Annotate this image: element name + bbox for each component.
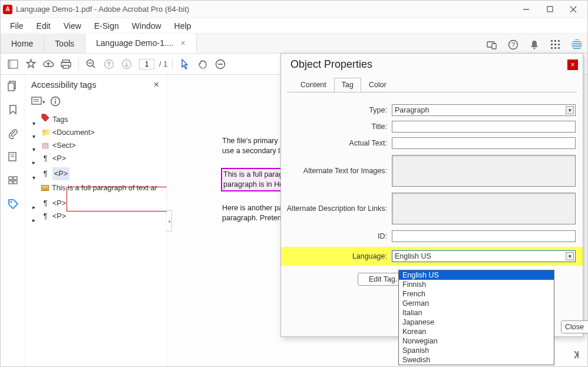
tab-content[interactable]: Content [293, 78, 334, 92]
lang-option-finnish[interactable]: Finnish [399, 280, 554, 289]
lang-option-german[interactable]: German [399, 299, 554, 308]
page-number-input[interactable] [139, 59, 154, 70]
svg-rect-17 [558, 47, 560, 49]
p-tag-2: <P> [52, 167, 70, 180]
type-label: Type: [281, 106, 392, 114]
menu-file[interactable]: File [4, 19, 29, 32]
id-input[interactable] [392, 230, 576, 242]
minimize-button[interactable] [514, 1, 538, 18]
svg-rect-12 [551, 44, 553, 45]
next-page-icon[interactable] [119, 57, 134, 72]
panel-close-icon[interactable]: × [154, 80, 159, 90]
menubar: File Edit View E-Sign Window Help [1, 18, 587, 34]
type-combo[interactable]: Paragraph▾ [392, 104, 576, 116]
cloud-icon[interactable] [41, 57, 56, 72]
tags-icon[interactable] [8, 199, 18, 211]
para-icon: ¶ [41, 167, 49, 180]
tab-color[interactable]: Color [361, 78, 394, 92]
doc-p2b: paragraph is in Heb [223, 180, 288, 189]
actual-text-input[interactable] [392, 137, 576, 149]
menu-edit[interactable]: Edit [31, 19, 57, 32]
svg-rect-39 [14, 181, 17, 184]
alt-link-input[interactable] [392, 193, 576, 224]
alt-link-label: Alternate Description for Links: [281, 193, 392, 213]
dialog-close-button[interactable]: × [567, 59, 578, 70]
svg-rect-19 [8, 60, 11, 68]
lang-option-spanish[interactable]: Spanish [399, 346, 554, 355]
sidebar-toggle-icon[interactable] [5, 57, 21, 72]
panel-info-icon[interactable] [50, 96, 61, 108]
title-input[interactable] [392, 121, 576, 133]
signatures-icon[interactable] [8, 151, 18, 164]
zoom-out2-icon[interactable] [213, 57, 228, 72]
account-icon[interactable] [569, 37, 585, 53]
language-combo[interactable]: English US▾ [392, 250, 576, 262]
bookmark-icon[interactable] [8, 104, 18, 117]
attachment-icon[interactable] [8, 128, 18, 141]
lang-option-italian[interactable]: Italian [399, 308, 554, 318]
tab-home[interactable]: Home [1, 34, 44, 53]
app-logo: A [3, 5, 12, 14]
tools-pane-toggle[interactable] [569, 348, 583, 362]
sect-icon: ▤ [41, 139, 49, 152]
svg-rect-9 [551, 40, 553, 42]
select-tool-icon[interactable] [177, 57, 193, 72]
dialog-close-btn[interactable]: Close [561, 320, 588, 333]
svg-rect-16 [554, 47, 556, 49]
doc-p1b: use a secondary la [222, 147, 284, 155]
p-tag-1: <P> [52, 152, 66, 165]
chevron-down-icon: ▾ [566, 252, 574, 260]
menu-help[interactable]: Help [169, 19, 197, 32]
menu-window[interactable]: Window [126, 19, 167, 32]
menu-esign[interactable]: E-Sign [88, 19, 125, 32]
zoom-out-icon[interactable] [84, 57, 99, 72]
lang-option-norwegian[interactable]: Norwegian [399, 336, 554, 346]
lang-option-french[interactable]: French [399, 289, 554, 299]
tab-tools[interactable]: Tools [44, 34, 85, 53]
svg-rect-37 [14, 177, 17, 180]
tab-document[interactable]: Language Demo-1.... × [85, 34, 197, 53]
tags-tree[interactable]: Tags 📁<Document> ▤<Sect> ¶<P> ¶<P> This … [29, 113, 163, 223]
language-dropdown-list[interactable]: English US Finnish French German Italian… [398, 270, 554, 365]
panel-options-icon[interactable]: ▾ [31, 97, 44, 108]
content-box-icon [41, 185, 49, 191]
doc-p3b: paragraph. Pretend [222, 214, 286, 222]
apps-grid-icon[interactable] [547, 37, 564, 53]
lang-option-english-us[interactable]: English US [399, 270, 554, 280]
tab-close-icon[interactable]: × [180, 38, 185, 48]
dialog-title: Object Properties [290, 58, 372, 71]
svg-rect-32 [8, 83, 14, 91]
top-strip: Home Tools Language Demo-1.... × ? [1, 34, 587, 54]
pages-icon[interactable] [8, 81, 18, 94]
close-window-button[interactable] [561, 1, 585, 18]
svg-rect-14 [558, 44, 560, 45]
svg-rect-5 [492, 44, 496, 49]
star-icon[interactable] [23, 57, 38, 72]
maximize-button[interactable] [538, 1, 561, 18]
svg-point-46 [55, 98, 56, 100]
devices-icon[interactable] [484, 37, 500, 53]
lang-option-swedish[interactable]: Swedish [399, 355, 554, 365]
doc-p1a: The file's primary la [222, 137, 286, 145]
alt-image-input[interactable] [392, 155, 576, 187]
help-icon[interactable]: ? [505, 37, 521, 53]
svg-rect-13 [554, 44, 556, 45]
print-icon[interactable] [58, 57, 74, 72]
hand-tool-icon[interactable] [195, 57, 210, 72]
lang-option-korean[interactable]: Korean [399, 327, 554, 336]
panel-collapse-handle[interactable]: ◂ [167, 210, 172, 232]
order-panel-icon[interactable] [8, 175, 18, 188]
svg-text:▾: ▾ [42, 99, 45, 105]
page-total: / 1 [159, 59, 167, 68]
id-label: ID: [281, 232, 392, 240]
title-label: Title: [281, 123, 392, 131]
type-value: Paragraph [395, 106, 429, 114]
menu-view[interactable]: View [58, 19, 87, 32]
lang-option-japanese[interactable]: Japanese [399, 318, 554, 327]
prev-page-icon[interactable] [101, 57, 117, 72]
tab-tag[interactable]: Tag [334, 78, 361, 92]
doc-p3a: Here is another par [222, 204, 285, 212]
bell-icon[interactable] [526, 37, 543, 53]
language-label: Language: [281, 252, 392, 260]
svg-point-8 [533, 47, 535, 49]
